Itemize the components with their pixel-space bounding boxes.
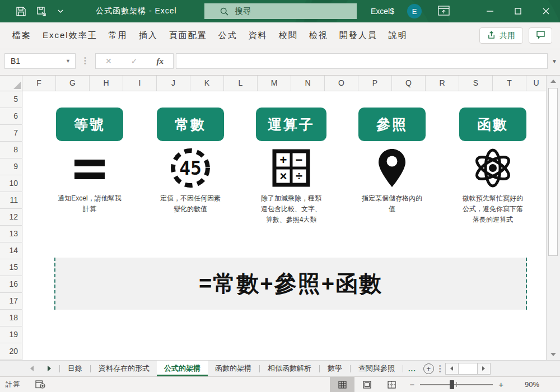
sheet-tab-formula-structure[interactable]: 公式的架構 <box>157 361 208 376</box>
card-equals-sign[interactable]: 等號 通知Excel，請他幫我計算 <box>45 108 134 214</box>
next-sheet-icon[interactable] <box>48 366 51 371</box>
search-box[interactable]: 搜尋 <box>204 3 357 19</box>
previous-sheet-icon[interactable] <box>30 366 34 371</box>
row-header-14[interactable]: 14 <box>0 242 22 259</box>
column-header-N[interactable]: N <box>291 76 325 91</box>
tab-review[interactable]: 校閱 <box>273 30 304 41</box>
row-header-12[interactable]: 12 <box>0 209 22 226</box>
scroll-down-icon[interactable] <box>547 349 560 360</box>
column-header-I[interactable]: I <box>123 76 157 91</box>
column-header-P[interactable]: P <box>358 76 392 91</box>
card-operator-button[interactable]: 運算子 <box>256 108 326 141</box>
account-label[interactable]: Excel$ <box>371 0 394 22</box>
row-header-5[interactable]: 5 <box>0 91 22 108</box>
card-reference-button[interactable]: 參照 <box>358 108 426 141</box>
card-function-button[interactable]: 函數 <box>459 108 526 141</box>
zoom-in-button[interactable]: + <box>493 380 509 389</box>
formula-input[interactable] <box>176 53 548 69</box>
avatar[interactable]: E <box>407 4 422 18</box>
name-box-dropdown-icon[interactable]: ▼ <box>66 58 71 64</box>
comments-button[interactable] <box>529 27 552 44</box>
column-header-U[interactable]: U <box>526 76 546 91</box>
formula-banner[interactable]: =常數+參照+函數 <box>54 258 527 310</box>
name-box[interactable]: B1 ▼ <box>4 53 76 69</box>
row-header-19[interactable]: 19 <box>0 326 22 343</box>
scroll-right-icon[interactable] <box>477 363 491 375</box>
tab-formulas[interactable]: 公式 <box>213 30 243 41</box>
column-header-G[interactable]: G <box>56 76 90 91</box>
grid-canvas[interactable]: 等號 通知Excel，請他幫我計算 常數 45 <box>22 91 546 360</box>
column-header-T[interactable]: T <box>493 76 526 91</box>
cancel-entry-icon[interactable]: ✕ <box>105 57 112 66</box>
save-icon[interactable] <box>16 6 26 17</box>
column-header-K[interactable]: K <box>190 76 224 91</box>
horizontal-scrollbar[interactable] <box>445 363 491 375</box>
row-header-20[interactable]: 20 <box>0 343 22 360</box>
zoom-slider-thumb[interactable] <box>450 380 454 389</box>
card-operator[interactable]: 運算子 + − × ÷ 除了加減乘除，種類還包含比 <box>246 108 336 225</box>
row-header-6[interactable]: 6 <box>0 108 22 125</box>
row-header-8[interactable]: 8 <box>0 142 22 158</box>
normal-view-button[interactable] <box>330 377 354 392</box>
column-header-O[interactable]: O <box>325 76 358 91</box>
sheet-tab-similar-functions[interactable]: 相似函數解析 <box>260 361 319 376</box>
add-sheet-icon[interactable]: + <box>423 363 434 374</box>
tab-insert[interactable]: 插入 <box>133 30 164 41</box>
column-header-H[interactable]: H <box>90 76 123 91</box>
row-header-7[interactable]: 7 <box>0 125 22 142</box>
close-button[interactable] <box>532 0 560 22</box>
row-header-9[interactable]: 9 <box>0 158 22 175</box>
sheet-tab-function-structure[interactable]: 函數的架構 <box>208 361 259 376</box>
row-header-10[interactable]: 10 <box>0 175 22 192</box>
page-layout-view-button[interactable] <box>354 377 379 392</box>
customize-toolbar-chevron-icon[interactable] <box>58 10 63 13</box>
sheet-tab-lookup-reference[interactable]: 查閱與參照 <box>351 361 402 376</box>
sheet-tab-math[interactable]: 數學 <box>320 361 349 376</box>
sheet-tab-catalog[interactable]: 目錄 <box>60 361 90 376</box>
select-all-corner[interactable] <box>0 76 22 91</box>
tab-home[interactable]: 常用 <box>103 30 133 41</box>
macro-record-icon[interactable] <box>35 380 45 389</box>
insert-function-icon[interactable]: fx <box>156 57 164 66</box>
confirm-entry-icon[interactable]: ✓ <box>131 57 138 66</box>
scroll-up-icon[interactable] <box>547 76 560 87</box>
card-equals-button[interactable]: 等號 <box>56 108 123 141</box>
scroll-left-icon[interactable] <box>445 363 459 375</box>
column-header-J[interactable]: J <box>157 76 190 91</box>
horizontal-scrollbar-thumb[interactable] <box>458 363 478 375</box>
tab-developer[interactable]: 開發人員 <box>334 30 383 41</box>
zoom-level[interactable]: 90% <box>511 380 539 389</box>
column-header-R[interactable]: R <box>426 76 459 91</box>
row-header-18[interactable]: 18 <box>0 310 22 326</box>
tab-file[interactable]: 檔案 <box>7 30 37 41</box>
share-button[interactable]: 共用 <box>479 27 523 44</box>
sheet-tabs-overflow[interactable]: ... <box>404 361 421 376</box>
column-header-M[interactable]: M <box>258 76 291 91</box>
card-function[interactable]: 函數 微軟預先幫忙寫好的公式，避免你寫下落落長的運算式 <box>448 108 538 225</box>
formula-bar-grip-icon[interactable]: ••• <box>84 57 86 65</box>
card-constant-button[interactable]: 常數 <box>157 108 224 141</box>
formula-bar-expand-icon[interactable]: ▼ <box>552 58 557 64</box>
row-header-13[interactable]: 13 <box>0 226 22 242</box>
card-constant[interactable]: 常數 45 定值，不因任何因素變化的數值 <box>146 108 235 214</box>
maximize-button[interactable] <box>504 0 532 22</box>
save-as-icon[interactable] <box>36 6 48 17</box>
tab-excel-efficiency[interactable]: Excel效率王 <box>37 30 103 41</box>
zoom-slider[interactable] <box>420 384 493 385</box>
page-break-view-button[interactable] <box>379 377 404 392</box>
column-header-Q[interactable]: Q <box>392 76 426 91</box>
tabbar-grip-icon[interactable]: ••• <box>439 365 441 373</box>
tab-page-layout[interactable]: 頁面配置 <box>164 30 213 41</box>
vertical-scrollbar-thumb[interactable] <box>548 88 558 256</box>
card-reference[interactable]: 參照 指定某個儲存格內的值 <box>347 108 437 214</box>
tab-view[interactable]: 檢視 <box>304 30 334 41</box>
column-header-F[interactable]: F <box>22 76 56 91</box>
tab-data[interactable]: 資料 <box>243 30 273 41</box>
vertical-scrollbar[interactable] <box>546 76 560 360</box>
column-header-L[interactable]: L <box>224 76 258 91</box>
row-header-16[interactable]: 16 <box>0 276 22 293</box>
minimize-button[interactable] <box>476 0 504 22</box>
tab-help[interactable]: 說明 <box>383 30 413 41</box>
row-header-11[interactable]: 11 <box>0 192 22 209</box>
row-header-15[interactable]: 15 <box>0 259 22 276</box>
